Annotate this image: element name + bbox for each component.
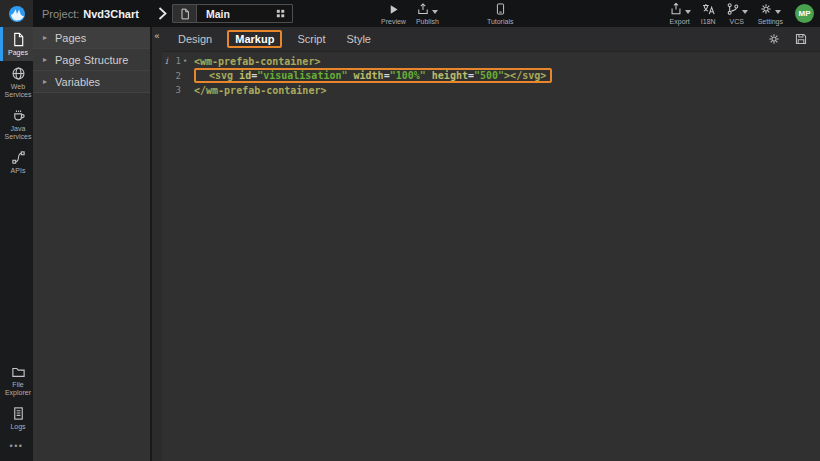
tab-script[interactable]: Script [295, 31, 327, 47]
wavemaker-logo-icon [8, 5, 26, 23]
tab-markup[interactable]: Markup [227, 30, 282, 48]
pages-panel: ▸Pages▸Page Structure▸Variables [33, 27, 150, 461]
sidebar-item-label: Java Services [3, 125, 33, 141]
fold-toggle-icon[interactable]: ▾ [181, 57, 189, 65]
panel-item-page-structure[interactable]: ▸Page Structure [33, 49, 150, 71]
chevron-down-icon [742, 10, 748, 14]
gutter: 3 [162, 85, 189, 95]
panel-collapse-strip: « [152, 27, 162, 461]
page-doc-icon[interactable] [173, 5, 197, 22]
main-content: PagesWeb ServicesJava ServicesAPIs File … [0, 27, 820, 461]
translate-icon [701, 2, 716, 16]
project-info: Project: Nvd3Chart [42, 0, 139, 27]
topbar-right-actions: ExportI18NVCSSettings [664, 0, 788, 27]
app-logo[interactable] [0, 0, 33, 27]
layout-grid-icon[interactable] [268, 7, 292, 20]
editor-settings-button[interactable] [767, 32, 781, 46]
gutter: i1▾ [162, 56, 189, 66]
topbar-action-settings[interactable]: Settings [753, 0, 788, 27]
sidebar-item-file-explorer[interactable]: File Explorer [0, 359, 33, 401]
globe-icon [3, 66, 33, 81]
annotation-highlight: <svg id="visualisation" width="100%" hei… [194, 68, 552, 83]
sidebar-item-apis[interactable]: APIs [0, 145, 33, 179]
topbar-action-label: Settings [758, 18, 783, 25]
editor-toolbar [767, 32, 820, 46]
page-icon [3, 32, 33, 47]
coffee-icon [3, 108, 33, 123]
line-number: 2 [176, 71, 181, 81]
tab-style[interactable]: Style [345, 31, 373, 47]
code-line: i1▾<wm-prefab-container> [162, 55, 820, 67]
code-token: height [432, 70, 468, 81]
topbar-action-i18n[interactable]: I18N [696, 0, 721, 27]
panel-item-pages[interactable]: ▸Pages [33, 27, 150, 49]
tab-design[interactable]: Design [176, 31, 214, 47]
editor-tabs: DesignMarkupScriptStyle [176, 30, 390, 48]
code-line: 3</wm-prefab-container> [162, 84, 820, 96]
topbar-action-label: Tutorials [487, 18, 514, 25]
editor-area: DesignMarkupScriptStyle i1▾<wm-prefab-co… [162, 27, 820, 461]
topbar-action-label: Publish [416, 18, 439, 25]
folder-icon [3, 364, 33, 379]
topbar-action-label: Preview [381, 18, 406, 25]
code-editor[interactable]: i1▾<wm-prefab-container>2<svg id="visual… [162, 52, 820, 461]
save-button[interactable] [794, 32, 808, 46]
code-line: 2<svg id="visualisation" width="100%" he… [162, 67, 820, 84]
sidebar-item-web-services[interactable]: Web Services [0, 61, 33, 103]
panel-item-label: Variables [55, 76, 100, 88]
sidebar-item-pages[interactable]: Pages [0, 27, 33, 61]
code-line-content: </wm-prefab-container> [189, 85, 326, 96]
sidebar-item-java-services[interactable]: Java Services [0, 103, 33, 145]
code-token: "500" [474, 70, 504, 81]
publish-icon [416, 2, 430, 16]
sidebar-item-label: APIs [3, 167, 33, 175]
chevron-right-icon [158, 7, 167, 20]
project-label: Project: [42, 8, 79, 20]
sidebar-top-group: PagesWeb ServicesJava ServicesAPIs [0, 27, 33, 179]
sidebar-more-button[interactable]: ••• [0, 435, 33, 461]
branch-icon [726, 2, 740, 16]
log-icon [3, 406, 33, 421]
chevron-down-icon [685, 10, 691, 14]
export-icon [669, 2, 683, 16]
project-name: Nvd3Chart [83, 8, 139, 20]
code-token: </wm-prefab-container> [194, 85, 326, 96]
page-tab-label: Main [197, 8, 268, 20]
code-token: "visualisation" [257, 70, 347, 81]
chevron-right-icon: ▸ [43, 55, 47, 64]
line-number: 3 [176, 85, 181, 95]
sidebar-item-label: Web Services [3, 83, 33, 99]
gutter-info-marker: i [165, 56, 168, 66]
panel-item-label: Pages [55, 32, 86, 44]
api-icon [3, 150, 33, 165]
sidebar-item-label: Logs [3, 423, 33, 431]
code-token: <svg [209, 70, 239, 81]
play-icon [387, 3, 400, 16]
user-avatar[interactable]: MP [795, 4, 814, 23]
topbar-action-export[interactable]: Export [664, 0, 696, 27]
panel-accordion: ▸Pages▸Page Structure▸Variables [33, 27, 150, 93]
collapse-panel-button[interactable]: « [152, 27, 162, 41]
sidebar-item-label: Pages [3, 49, 33, 57]
topbar-action-label: I18N [701, 18, 716, 25]
chevron-right-icon: ▸ [43, 33, 47, 42]
book-icon [494, 2, 507, 16]
sidebar-item-label: File Explorer [3, 381, 33, 397]
code-line-content: <svg id="visualisation" width="100%" hei… [189, 67, 552, 84]
code-token: "100%" [390, 70, 426, 81]
topbar-action-vcs[interactable]: VCS [721, 0, 753, 27]
sidebar-item-logs[interactable]: Logs [0, 401, 33, 435]
topbar-action-preview[interactable]: Preview [376, 0, 411, 27]
code-line-content: <wm-prefab-container> [189, 56, 320, 67]
panel-item-label: Page Structure [55, 54, 128, 66]
page-tab-main[interactable]: Main [172, 4, 293, 23]
panel-item-variables[interactable]: ▸Variables [33, 71, 150, 93]
topbar-action-tutorials[interactable]: Tutorials [482, 0, 519, 27]
left-icon-sidebar: PagesWeb ServicesJava ServicesAPIs File … [0, 27, 33, 461]
chevron-down-icon [432, 10, 438, 14]
topbar-action-label: Export [670, 18, 690, 25]
chevron-down-icon [775, 10, 781, 14]
topbar-action-publish[interactable]: Publish [411, 0, 444, 27]
chevron-right-icon: ▸ [43, 77, 47, 86]
code-token: id [239, 70, 251, 81]
